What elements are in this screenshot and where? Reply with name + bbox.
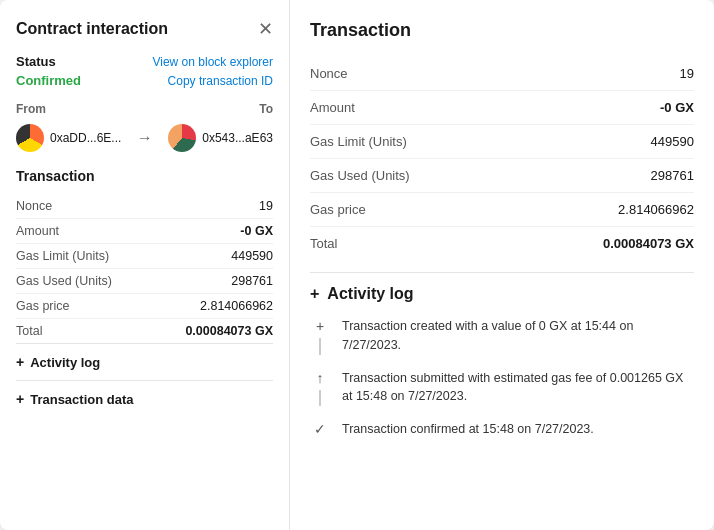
table-row: Total0.00084073 GX	[310, 227, 694, 260]
confirmed-badge: Confirmed	[16, 73, 81, 88]
transaction-data-plus-icon: +	[16, 391, 24, 407]
right-tx-row-label: Gas Used (Units)	[310, 168, 410, 183]
table-row: Gas Used (Units)298761	[16, 269, 273, 294]
from-label: From	[16, 102, 46, 116]
view-explorer-link[interactable]: View on block explorer	[152, 55, 273, 69]
right-tx-row-label: Nonce	[310, 66, 348, 81]
from-to-labels: From To	[16, 102, 273, 116]
tx-row-value: 0.00084073 GX	[185, 324, 273, 338]
right-tx-row-label: Gas price	[310, 202, 366, 217]
left-panel-title: Contract interaction	[16, 20, 168, 38]
tx-row-label: Gas Used (Units)	[16, 274, 112, 288]
activity-log-header-plus-icon: +	[310, 285, 319, 303]
table-row: Nonce19	[310, 57, 694, 91]
activity-item: ✓Transaction confirmed at 15:48 on 7/27/…	[310, 420, 694, 453]
tx-row-value: 2.814066962	[200, 299, 273, 313]
close-button[interactable]: ✕	[258, 20, 273, 38]
transaction-data-section[interactable]: + Transaction data	[16, 380, 273, 417]
transaction-section-title: Transaction	[16, 168, 273, 184]
arrow-icon: →	[137, 129, 153, 147]
table-row: Amount-0 GX	[16, 219, 273, 244]
activity-item: +Transaction created with a value of 0 G…	[310, 317, 694, 369]
activity-log-header: + Activity log	[310, 285, 694, 303]
activity-icon-col: ↑	[310, 369, 330, 407]
tx-row-label: Amount	[16, 224, 59, 238]
activity-icon-col: ✓	[310, 420, 330, 439]
tx-row-label: Gas Limit (Units)	[16, 249, 109, 263]
activity-log-label: Activity log	[30, 355, 100, 370]
table-row: Nonce19	[16, 194, 273, 219]
status-label: Status	[16, 54, 56, 69]
right-tx-row-label: Total	[310, 236, 337, 251]
status-row: Status View on block explorer	[16, 54, 273, 69]
right-tx-row-label: Amount	[310, 100, 355, 115]
right-tx-row-value: 19	[680, 66, 694, 81]
from-address-block: 0xaDD...6E...	[16, 124, 121, 152]
table-row: Gas Limit (Units)449590	[16, 244, 273, 269]
left-panel: Contract interaction ✕ Status View on bl…	[0, 0, 290, 530]
left-header: Contract interaction ✕	[16, 20, 273, 38]
right-tx-row-value: 2.814066962	[618, 202, 694, 217]
right-tx-table: Nonce19Amount-0 GXGas Limit (Units)44959…	[310, 57, 694, 260]
tx-row-label: Gas price	[16, 299, 70, 313]
right-tx-row-value: -0 GX	[660, 100, 694, 115]
activity-icon-col: +	[310, 317, 330, 355]
to-label: To	[259, 102, 273, 116]
from-address: 0xaDD...6E...	[50, 131, 121, 145]
right-tx-row-value: 0.00084073 GX	[603, 236, 694, 251]
tx-row-label: Total	[16, 324, 42, 338]
activity-line	[319, 390, 321, 407]
tx-row-value: 19	[259, 199, 273, 213]
divider	[310, 272, 694, 273]
tx-row-value: 298761	[231, 274, 273, 288]
activity-log-section[interactable]: + Activity log	[16, 343, 273, 380]
activity-icon: +	[316, 318, 324, 334]
right-tx-row-label: Gas Limit (Units)	[310, 134, 407, 149]
table-row: Gas price2.814066962	[16, 294, 273, 319]
from-to-row: 0xaDD...6E... → 0x543...aE63	[16, 124, 273, 152]
table-row: Gas Used (Units)298761	[310, 159, 694, 193]
from-to-section: From To 0xaDD...6E... → 0x543...aE63	[16, 102, 273, 152]
activity-icon: ↑	[317, 370, 324, 386]
table-row: Amount-0 GX	[310, 91, 694, 125]
right-tx-row-value: 298761	[651, 168, 694, 183]
to-address-block: 0x543...aE63	[168, 124, 273, 152]
activity-text: Transaction confirmed at 15:48 on 7/27/2…	[342, 420, 594, 439]
activity-log-plus-icon: +	[16, 354, 24, 370]
activity-icon: ✓	[314, 421, 326, 437]
activity-log-items: +Transaction created with a value of 0 G…	[310, 317, 694, 453]
table-row: Gas Limit (Units)449590	[310, 125, 694, 159]
table-row: Total0.00084073 GX	[16, 319, 273, 343]
right-tx-row-value: 449590	[651, 134, 694, 149]
to-avatar	[168, 124, 196, 152]
transaction-data-label: Transaction data	[30, 392, 133, 407]
tx-row-value: 449590	[231, 249, 273, 263]
from-avatar	[16, 124, 44, 152]
copy-transaction-id-link[interactable]: Copy transaction ID	[168, 74, 273, 88]
tx-row-label: Nonce	[16, 199, 52, 213]
to-address: 0x543...aE63	[202, 131, 273, 145]
activity-text: Transaction submitted with estimated gas…	[342, 369, 694, 407]
activity-log-section-title: Activity log	[327, 285, 413, 303]
confirmed-row: Confirmed Copy transaction ID	[16, 73, 273, 88]
right-panel-title: Transaction	[310, 20, 694, 41]
activity-item: ↑Transaction submitted with estimated ga…	[310, 369, 694, 421]
table-row: Gas price2.814066962	[310, 193, 694, 227]
activity-log-section-right: + Activity log +Transaction created with…	[310, 285, 694, 453]
activity-line	[319, 338, 321, 355]
right-panel: Transaction Nonce19Amount-0 GXGas Limit …	[290, 0, 714, 530]
activity-text: Transaction created with a value of 0 GX…	[342, 317, 694, 355]
left-tx-table: Nonce19Amount-0 GXGas Limit (Units)44959…	[16, 194, 273, 343]
tx-row-value: -0 GX	[240, 224, 273, 238]
